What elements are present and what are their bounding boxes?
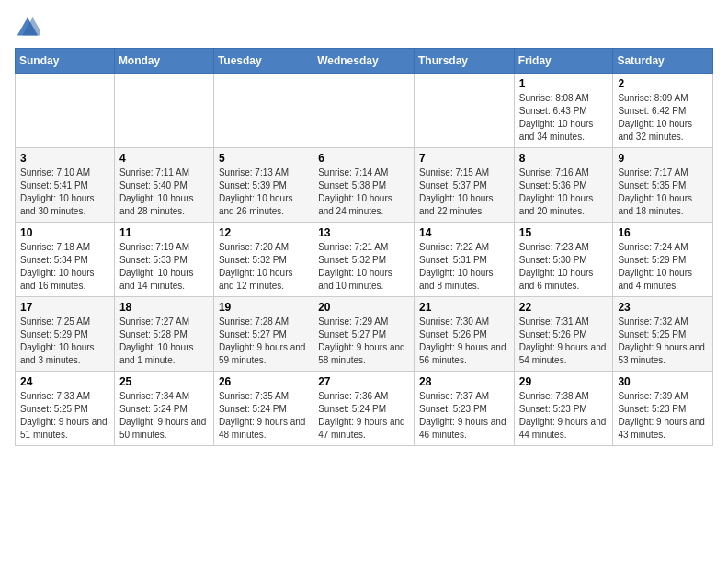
day-number: 13: [318, 226, 409, 239]
day-info: Sunrise: 7:33 AM Sunset: 5:25 PM Dayligh…: [20, 390, 109, 442]
day-number: 20: [318, 301, 409, 314]
day-info: Sunrise: 8:09 AM Sunset: 6:42 PM Dayligh…: [618, 92, 708, 144]
calendar-cell: 20Sunrise: 7:29 AM Sunset: 5:27 PM Dayli…: [313, 297, 415, 372]
header-sunday: Sunday: [16, 49, 115, 74]
day-number: 30: [618, 375, 708, 388]
day-info: Sunrise: 7:11 AM Sunset: 5:40 PM Dayligh…: [119, 167, 209, 218]
day-number: 18: [119, 301, 209, 314]
calendar-cell: 18Sunrise: 7:27 AM Sunset: 5:28 PM Dayli…: [114, 297, 213, 372]
calendar-week-row: 24Sunrise: 7:33 AM Sunset: 5:25 PM Dayli…: [16, 372, 713, 446]
calendar-cell: 9Sunrise: 7:17 AM Sunset: 5:35 PM Daylig…: [613, 148, 713, 223]
day-info: Sunrise: 7:35 AM Sunset: 5:24 PM Dayligh…: [219, 390, 308, 442]
day-info: Sunrise: 7:19 AM Sunset: 5:33 PM Dayligh…: [119, 241, 209, 293]
day-info: Sunrise: 7:25 AM Sunset: 5:29 PM Dayligh…: [20, 316, 109, 367]
calendar-cell: 4Sunrise: 7:11 AM Sunset: 5:40 PM Daylig…: [114, 148, 213, 223]
calendar-cell: 3Sunrise: 7:10 AM Sunset: 5:41 PM Daylig…: [16, 148, 115, 223]
day-number: 12: [219, 226, 308, 239]
header-saturday: Saturday: [613, 49, 713, 74]
day-number: 16: [618, 226, 708, 239]
calendar-cell: 25Sunrise: 7:34 AM Sunset: 5:24 PM Dayli…: [114, 372, 213, 446]
header-thursday: Thursday: [414, 49, 514, 74]
page-header: [15, 15, 713, 40]
calendar-cell: [16, 74, 115, 148]
calendar-week-row: 3Sunrise: 7:10 AM Sunset: 5:41 PM Daylig…: [16, 148, 713, 223]
day-number: 17: [20, 301, 109, 314]
calendar-cell: 10Sunrise: 7:18 AM Sunset: 5:34 PM Dayli…: [16, 223, 115, 297]
calendar-cell: [414, 74, 514, 148]
calendar-cell: 14Sunrise: 7:22 AM Sunset: 5:31 PM Dayli…: [414, 223, 514, 297]
day-info: Sunrise: 7:23 AM Sunset: 5:30 PM Dayligh…: [519, 241, 609, 293]
day-info: Sunrise: 7:20 AM Sunset: 5:32 PM Dayligh…: [219, 241, 308, 293]
calendar-cell: 15Sunrise: 7:23 AM Sunset: 5:30 PM Dayli…: [514, 223, 613, 297]
day-number: 25: [119, 375, 209, 388]
day-info: Sunrise: 7:14 AM Sunset: 5:38 PM Dayligh…: [318, 167, 409, 218]
day-number: 1: [519, 77, 609, 90]
day-number: 9: [618, 152, 708, 165]
calendar-cell: 27Sunrise: 7:36 AM Sunset: 5:24 PM Dayli…: [313, 372, 415, 446]
calendar-cell: 5Sunrise: 7:13 AM Sunset: 5:39 PM Daylig…: [213, 148, 313, 223]
calendar-cell: 13Sunrise: 7:21 AM Sunset: 5:32 PM Dayli…: [313, 223, 415, 297]
day-number: 29: [519, 375, 609, 388]
calendar-cell: [213, 74, 313, 148]
day-info: Sunrise: 7:37 AM Sunset: 5:23 PM Dayligh…: [419, 390, 509, 442]
calendar-cell: 29Sunrise: 7:38 AM Sunset: 5:23 PM Dayli…: [514, 372, 613, 446]
calendar-cell: 7Sunrise: 7:15 AM Sunset: 5:37 PM Daylig…: [414, 148, 514, 223]
calendar-header-row: SundayMondayTuesdayWednesdayThursdayFrid…: [16, 49, 713, 74]
day-info: Sunrise: 7:39 AM Sunset: 5:23 PM Dayligh…: [618, 390, 708, 442]
day-number: 6: [318, 152, 409, 165]
day-number: 27: [318, 375, 409, 388]
day-number: 22: [519, 301, 609, 314]
day-number: 21: [419, 301, 509, 314]
day-info: Sunrise: 7:28 AM Sunset: 5:27 PM Dayligh…: [219, 316, 308, 367]
day-info: Sunrise: 7:24 AM Sunset: 5:29 PM Dayligh…: [618, 241, 708, 293]
day-info: Sunrise: 7:10 AM Sunset: 5:41 PM Dayligh…: [20, 167, 109, 218]
day-info: Sunrise: 7:30 AM Sunset: 5:26 PM Dayligh…: [419, 316, 509, 367]
calendar-cell: 28Sunrise: 7:37 AM Sunset: 5:23 PM Dayli…: [414, 372, 514, 446]
day-info: Sunrise: 7:31 AM Sunset: 5:26 PM Dayligh…: [519, 316, 609, 367]
calendar-cell: 26Sunrise: 7:35 AM Sunset: 5:24 PM Dayli…: [213, 372, 313, 446]
calendar-cell: 16Sunrise: 7:24 AM Sunset: 5:29 PM Dayli…: [613, 223, 713, 297]
calendar-week-row: 10Sunrise: 7:18 AM Sunset: 5:34 PM Dayli…: [16, 223, 713, 297]
calendar-cell: 22Sunrise: 7:31 AM Sunset: 5:26 PM Dayli…: [514, 297, 613, 372]
calendar-cell: 21Sunrise: 7:30 AM Sunset: 5:26 PM Dayli…: [414, 297, 514, 372]
calendar-cell: [313, 74, 415, 148]
day-number: 19: [219, 301, 308, 314]
calendar-cell: 17Sunrise: 7:25 AM Sunset: 5:29 PM Dayli…: [16, 297, 115, 372]
logo: [15, 15, 44, 40]
calendar-cell: 24Sunrise: 7:33 AM Sunset: 5:25 PM Dayli…: [16, 372, 115, 446]
day-info: Sunrise: 7:34 AM Sunset: 5:24 PM Dayligh…: [119, 390, 209, 442]
day-info: Sunrise: 7:21 AM Sunset: 5:32 PM Dayligh…: [318, 241, 409, 293]
header-monday: Monday: [114, 49, 213, 74]
day-number: 15: [519, 226, 609, 239]
day-info: Sunrise: 7:16 AM Sunset: 5:36 PM Dayligh…: [519, 167, 609, 218]
calendar-cell: 6Sunrise: 7:14 AM Sunset: 5:38 PM Daylig…: [313, 148, 415, 223]
calendar-cell: 2Sunrise: 8:09 AM Sunset: 6:42 PM Daylig…: [613, 74, 713, 148]
day-info: Sunrise: 7:36 AM Sunset: 5:24 PM Dayligh…: [318, 390, 409, 442]
calendar-cell: 19Sunrise: 7:28 AM Sunset: 5:27 PM Dayli…: [213, 297, 313, 372]
day-number: 7: [419, 152, 509, 165]
day-info: Sunrise: 7:17 AM Sunset: 5:35 PM Dayligh…: [618, 167, 708, 218]
day-number: 2: [618, 77, 708, 90]
day-number: 10: [20, 226, 109, 239]
day-info: Sunrise: 7:22 AM Sunset: 5:31 PM Dayligh…: [419, 241, 509, 293]
day-info: Sunrise: 7:32 AM Sunset: 5:25 PM Dayligh…: [618, 316, 708, 367]
day-number: 5: [219, 152, 308, 165]
day-info: Sunrise: 7:27 AM Sunset: 5:28 PM Dayligh…: [119, 316, 209, 367]
day-number: 14: [419, 226, 509, 239]
calendar-cell: 1Sunrise: 8:08 AM Sunset: 6:43 PM Daylig…: [514, 74, 613, 148]
header-tuesday: Tuesday: [213, 49, 313, 74]
day-number: 11: [119, 226, 209, 239]
header-friday: Friday: [514, 49, 613, 74]
day-info: Sunrise: 7:29 AM Sunset: 5:27 PM Dayligh…: [318, 316, 409, 367]
day-number: 26: [219, 375, 308, 388]
calendar-week-row: 17Sunrise: 7:25 AM Sunset: 5:29 PM Dayli…: [16, 297, 713, 372]
day-number: 24: [20, 375, 109, 388]
day-number: 4: [119, 152, 209, 165]
day-info: Sunrise: 7:13 AM Sunset: 5:39 PM Dayligh…: [219, 167, 308, 218]
calendar-cell: 30Sunrise: 7:39 AM Sunset: 5:23 PM Dayli…: [613, 372, 713, 446]
calendar-cell: 12Sunrise: 7:20 AM Sunset: 5:32 PM Dayli…: [213, 223, 313, 297]
day-info: Sunrise: 8:08 AM Sunset: 6:43 PM Dayligh…: [519, 92, 609, 144]
day-info: Sunrise: 7:18 AM Sunset: 5:34 PM Dayligh…: [20, 241, 109, 293]
day-number: 3: [20, 152, 109, 165]
calendar-cell: [114, 74, 213, 148]
